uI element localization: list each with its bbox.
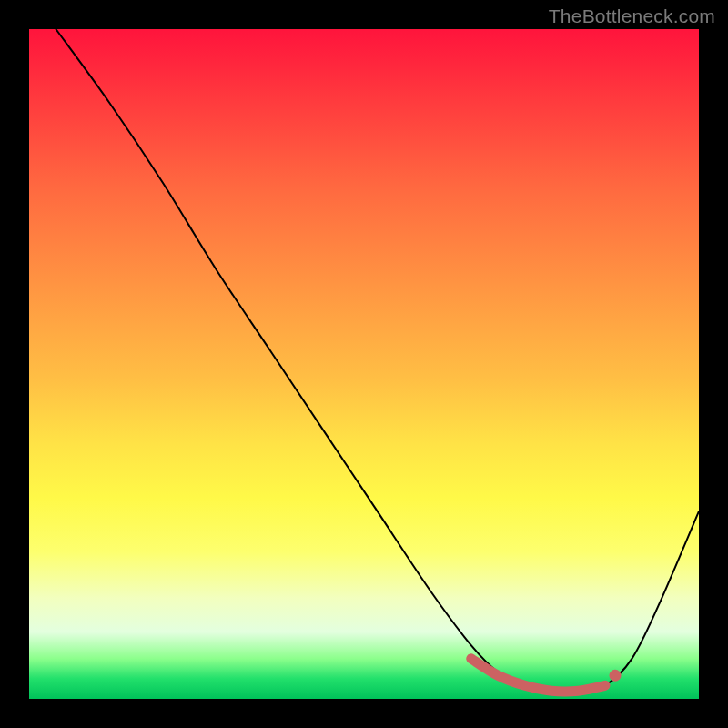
watermark-text: TheBottleneck.com bbox=[549, 5, 715, 27]
optimal-region-marker bbox=[471, 659, 605, 692]
chart-svg bbox=[29, 29, 699, 699]
chart-plot-area bbox=[29, 29, 699, 699]
bottleneck-curve-line bbox=[56, 29, 699, 693]
optimal-end-dot bbox=[610, 670, 622, 682]
